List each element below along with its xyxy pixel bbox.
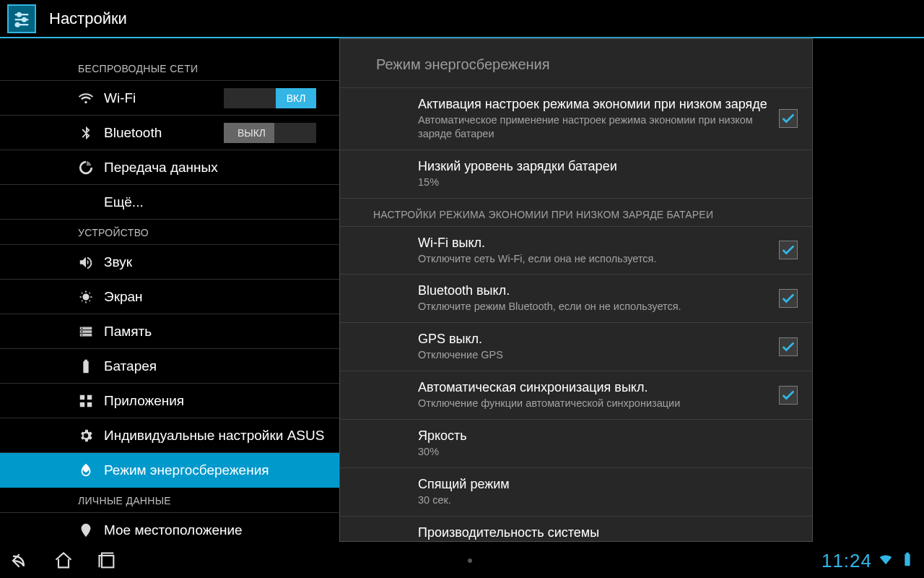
row-title: Bluetooth выкл. xyxy=(418,283,769,298)
panel-section-header: НАСТРОЙКИ РЕЖИМА ЭКОНОМИИ ПРИ НИЗКОМ ЗАР… xyxy=(340,199,812,227)
nav-dots xyxy=(118,558,821,563)
wifi-toggle[interactable]: ВКЛ xyxy=(224,88,316,108)
sidebar-item-label: Передача данных xyxy=(104,160,218,176)
row-subtitle: Отключение функции автоматической синхро… xyxy=(418,397,769,410)
svg-point-5 xyxy=(16,22,19,26)
sidebar-item-display[interactable]: Экран xyxy=(0,280,339,314)
row-low-battery-level[interactable]: Низкий уровень зарядки батареи 15% xyxy=(340,150,812,199)
sidebar-item-label: Режим энергосбережения xyxy=(104,462,269,478)
sidebar-item-label: Приложения xyxy=(104,393,184,409)
row-title: GPS выкл. xyxy=(418,332,769,347)
sidebar-item-wifi[interactable]: Wi-Fi ВКЛ xyxy=(0,81,339,116)
back-button[interactable] xyxy=(9,550,32,571)
row-subtitle: 30% xyxy=(418,445,798,459)
sidebar-item-location[interactable]: Мое местоположение xyxy=(0,513,339,543)
gear-icon xyxy=(78,428,94,444)
sidebar-item-storage[interactable]: Память xyxy=(0,314,339,349)
settings-icon xyxy=(7,4,36,33)
row-subtitle: Отключите режим Bluetooth, если он не ис… xyxy=(418,300,769,314)
sidebar-item-power-saving[interactable]: Режим энергосбережения xyxy=(0,453,339,488)
sidebar-item-label: Индивидуальные настройки ASUS xyxy=(104,428,324,444)
apps-icon xyxy=(78,393,94,409)
checkbox[interactable] xyxy=(779,241,798,259)
row-title: Активация настроек режима экономии при н… xyxy=(418,97,769,112)
bluetooth-toggle[interactable]: ВЫКЛ xyxy=(224,123,316,143)
sidebar-item-label: Экран xyxy=(104,289,143,305)
row-bluetooth-off[interactable]: Bluetooth выкл. Отключите режим Bluetoot… xyxy=(340,275,812,323)
panel-title: Режим энергосбережения xyxy=(340,39,812,88)
checkbox[interactable] xyxy=(779,386,798,405)
row-title: Яркость xyxy=(418,428,798,444)
storage-icon xyxy=(78,324,94,340)
checkbox[interactable] xyxy=(779,289,798,308)
wifi-status-icon xyxy=(878,551,894,570)
row-subtitle: 30 сек. xyxy=(418,493,798,507)
row-brightness[interactable]: Яркость 30% xyxy=(340,420,812,468)
bluetooth-icon xyxy=(78,125,94,141)
row-gps-off[interactable]: GPS выкл. Отключение GPS xyxy=(340,323,812,371)
row-title: Wi-Fi выкл. xyxy=(418,236,769,251)
row-title: Автоматическая синхронизация выкл. xyxy=(418,380,769,395)
leaf-icon xyxy=(78,462,94,478)
svg-point-7 xyxy=(82,331,83,332)
row-autosync-off[interactable]: Автоматическая синхронизация выкл. Отклю… xyxy=(340,371,812,420)
location-icon xyxy=(78,522,94,538)
checkbox[interactable] xyxy=(779,337,798,356)
sidebar-item-label: Звук xyxy=(104,254,132,270)
checkbox[interactable] xyxy=(779,109,798,128)
sidebar-item-label: Wi-Fi xyxy=(104,90,136,106)
row-performance[interactable]: Производительность системы Режим энергос… xyxy=(340,517,812,541)
sidebar-item-more[interactable]: Ещё... xyxy=(0,185,339,220)
sidebar-item-sound[interactable]: Звук xyxy=(0,245,339,280)
svg-rect-12 xyxy=(87,402,92,406)
row-subtitle: 15% xyxy=(418,176,798,189)
row-subtitle: Отключите сеть Wi-Fi, если она не исполь… xyxy=(418,252,769,266)
sidebar-item-battery[interactable]: Батарея xyxy=(0,349,339,384)
sidebar-item-label: Мое местоположение xyxy=(104,522,243,538)
svg-point-8 xyxy=(82,334,83,335)
sidebar-header-personal: ЛИЧНЫЕ ДАННЫЕ xyxy=(0,488,339,513)
row-sleep[interactable]: Спящий режим 30 сек. xyxy=(340,468,812,517)
wifi-icon xyxy=(78,90,94,106)
sidebar: БЕСПРОВОДНЫЕ СЕТИ Wi-Fi ВКЛ Bluetooth ВЫ… xyxy=(0,38,339,543)
sidebar-item-bluetooth[interactable]: Bluetooth ВЫКЛ xyxy=(0,116,339,150)
dialog-panel: Режим энергосбережения Активация настрое… xyxy=(339,38,813,542)
sidebar-item-label: Ещё... xyxy=(104,194,144,210)
row-subtitle: Отключение GPS xyxy=(418,348,769,362)
battery-icon xyxy=(78,358,94,374)
sidebar-header-wireless: БЕСПРОВОДНЫЕ СЕТИ xyxy=(0,56,339,81)
svg-point-1 xyxy=(17,12,21,16)
row-subtitle: Автоматическое применение настроек режим… xyxy=(418,113,769,141)
svg-rect-13 xyxy=(102,556,113,567)
svg-rect-10 xyxy=(87,394,92,399)
data-usage-icon xyxy=(78,160,94,176)
display-icon xyxy=(78,289,94,305)
svg-point-6 xyxy=(82,327,83,329)
row-title: Спящий режим xyxy=(418,477,798,492)
blank-icon xyxy=(78,194,94,210)
page-title: Настройки xyxy=(49,9,127,28)
row-title: Низкий уровень зарядки батареи xyxy=(418,159,798,174)
row-activate-low-battery[interactable]: Активация настроек режима экономии при н… xyxy=(340,88,812,150)
sidebar-item-label: Bluetooth xyxy=(104,125,162,141)
row-title: Производительность системы xyxy=(418,525,798,540)
system-navbar: 11:24 xyxy=(0,543,924,578)
row-wifi-off[interactable]: Wi-Fi выкл. Отключите сеть Wi-Fi, если о… xyxy=(340,227,812,275)
svg-point-3 xyxy=(22,17,26,21)
clock: 11:24 xyxy=(821,550,872,572)
recent-apps-button[interactable] xyxy=(95,550,118,571)
sidebar-item-data-usage[interactable]: Передача данных xyxy=(0,150,339,185)
home-button[interactable] xyxy=(52,550,75,571)
svg-rect-9 xyxy=(80,394,84,399)
sound-icon xyxy=(78,254,94,270)
sidebar-header-device: УСТРОЙСТВО xyxy=(0,220,339,245)
sidebar-item-label: Батарея xyxy=(104,358,157,374)
svg-rect-11 xyxy=(80,402,84,406)
action-bar: Настройки xyxy=(0,0,924,38)
battery-status-icon xyxy=(899,551,915,570)
sidebar-item-label: Память xyxy=(104,324,152,340)
sidebar-item-asus-custom[interactable]: Индивидуальные настройки ASUS xyxy=(0,418,339,453)
sidebar-item-apps[interactable]: Приложения xyxy=(0,384,339,418)
